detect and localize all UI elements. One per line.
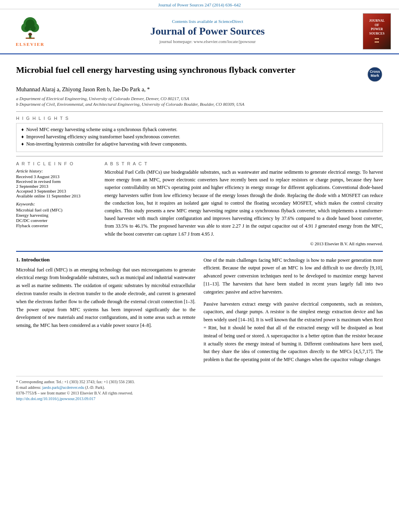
journal-title-header: Journal of Power Sources: [52, 25, 363, 37]
history-label: Article history:: [16, 168, 97, 173]
received-revised-label: Received in revised form: [16, 179, 97, 184]
email-label: E-mail address:: [16, 385, 41, 390]
accepted-date: Accepted 3 September 2013: [16, 189, 97, 193]
issn-line: 0378-7753/$ – see front matter © 2013 El…: [16, 391, 383, 395]
sciencedirect-anchor[interactable]: ScienceDirect: [218, 19, 243, 24]
highlights-box: ♦ Novel MFC energy harvesting scheme usi…: [16, 123, 383, 152]
keywords-label: Keywords:: [16, 201, 97, 206]
bullet-icon: ♦: [21, 134, 24, 140]
journal-ref-text: Journal of Power Sources 247 (2014) 636–…: [158, 2, 241, 7]
abstract-text: Microbial Fuel Cells (MFCs) use biodegra…: [105, 168, 383, 238]
highlight-text-2: Improved harvesting efficiency using tra…: [26, 134, 180, 140]
body-left-col: 1. Introduction Microbial fuel cell (MFC…: [16, 257, 195, 368]
article-history-group: Article history: Received 3 August 2013 …: [16, 168, 97, 198]
svg-point-8: [28, 33, 32, 35]
article-footer: * Corresponding author. Tel.: +1 (303) 3…: [16, 376, 383, 401]
footnote-corresponding: * Corresponding author. Tel.: +1 (303) 3…: [16, 380, 383, 384]
doi-line: http://dx.doi.org/10.1016/j.jpowsour.201…: [16, 396, 383, 401]
highlight-item-1: ♦ Novel MFC energy harvesting scheme usi…: [21, 127, 378, 133]
thick-divider: [16, 251, 383, 252]
journal-header: ELSEVIER Contents lists available at Sci…: [0, 9, 399, 54]
article-title-text: Microbial fuel cell energy harvesting us…: [16, 64, 363, 76]
affiliation-b: b Department of Civil, Environmental, an…: [16, 102, 383, 107]
elsevier-tree-icon: [14, 16, 46, 41]
footnote-email: E-mail address: jaedo.park@ucdenver.edu …: [16, 385, 383, 390]
bullet-icon: ♦: [21, 141, 24, 147]
elsevier-logo-area: ELSEVIER: [8, 16, 52, 47]
intro-para-1: Microbial fuel cell (MFC) is an emerging…: [16, 266, 195, 330]
keyword-4: Flyback converter: [16, 223, 97, 228]
cover-inner: JOURNALOFPOWERSOURCES ■■■■■■: [368, 18, 386, 44]
doi-link[interactable]: http://dx.doi.org/10.1016/j.jpowsour.201…: [16, 396, 95, 401]
author-email-link[interactable]: jaedo.park@ucdenver.edu: [42, 385, 84, 390]
svg-point-6: [25, 26, 30, 31]
intro-heading: 1. Introduction: [16, 257, 195, 263]
svg-point-7: [31, 26, 36, 31]
available-date: Available online 11 September 2013: [16, 193, 97, 198]
affiliation-a: a Department of Electrical Engineering, …: [16, 96, 383, 101]
keywords-group: Keywords: Microbial fuel cell (MFC) Ener…: [16, 201, 97, 228]
divider-2: [16, 156, 383, 156]
intro-para-2: One of the main challenges facing MFC te…: [204, 257, 383, 296]
authors-line: Muhannad Alaraj a, Zhiyong Jason Ren b, …: [16, 86, 383, 93]
info-abstract-section: A R T I C L E I N F O Article history: R…: [16, 161, 383, 246]
svg-rect-1: [26, 37, 35, 39]
article-title-area: Microbial fuel cell energy harvesting us…: [16, 64, 383, 82]
article-info-label: A R T I C L E I N F O: [16, 161, 97, 166]
authors-text: Muhannad Alaraj a, Zhiyong Jason Ren b, …: [16, 86, 150, 92]
received-date: Received 3 August 2013: [16, 174, 97, 179]
highlight-item-3: ♦ Non-inverting hysteresis controller fo…: [21, 141, 378, 147]
affiliations: a Department of Electrical Engineering, …: [16, 96, 383, 107]
bullet-icon: ♦: [21, 127, 24, 133]
email-suffix: (J.-D. Park).: [85, 385, 105, 390]
intro-para-3: Passive harvesters extract energy with p…: [204, 300, 383, 364]
crossmark-icon: Cross Mark: [367, 66, 383, 82]
article-body-section: 1. Introduction Microbial fuel cell (MFC…: [16, 257, 383, 368]
highlight-text-1: Novel MFC energy harvesting scheme using…: [26, 127, 177, 133]
highlight-item-2: ♦ Improved harvesting efficiency using t…: [21, 134, 378, 140]
journal-homepage: journal homepage: www.elsevier.com/locat…: [52, 39, 363, 44]
elsevier-brand-text: ELSEVIER: [16, 42, 45, 47]
highlight-text-3: Non-inverting hysteresis controller for …: [26, 141, 187, 147]
contents-label: Contents lists available at: [172, 19, 217, 24]
body-right-col: One of the main challenges facing MFC te…: [204, 257, 383, 368]
abstract-label: A B S T R A C T: [105, 161, 383, 166]
keyword-2: Energy harvesting: [16, 213, 97, 218]
highlights-label: H I G H L I G H T S: [16, 116, 383, 121]
keyword-3: DC/DC converter: [16, 218, 97, 223]
journal-center: Contents lists available at ScienceDirec…: [52, 19, 363, 44]
journal-cover-image: JOURNALOFPOWERSOURCES ■■■■■■: [363, 13, 391, 49]
main-content: Microbial fuel cell energy harvesting us…: [0, 54, 399, 408]
revised-date: 2 September 2013: [16, 184, 97, 189]
article-info-col: A R T I C L E I N F O Article history: R…: [16, 161, 97, 246]
keyword-1: Microbial fuel cell (MFC): [16, 207, 97, 212]
abstract-col: A B S T R A C T Microbial Fuel Cells (MF…: [105, 161, 383, 246]
copyright-notice: © 2013 Elsevier B.V. All rights reserved…: [105, 241, 383, 246]
svg-text:Mark: Mark: [370, 74, 379, 78]
svg-text:Cross: Cross: [370, 70, 380, 74]
divider-1: [16, 111, 383, 112]
highlights-section: H I G H L I G H T S ♦ Novel MFC energy h…: [16, 116, 383, 152]
journal-reference-bar: Journal of Power Sources 247 (2014) 636–…: [0, 0, 399, 9]
sciencedirect-link[interactable]: Contents lists available at ScienceDirec…: [52, 19, 363, 24]
